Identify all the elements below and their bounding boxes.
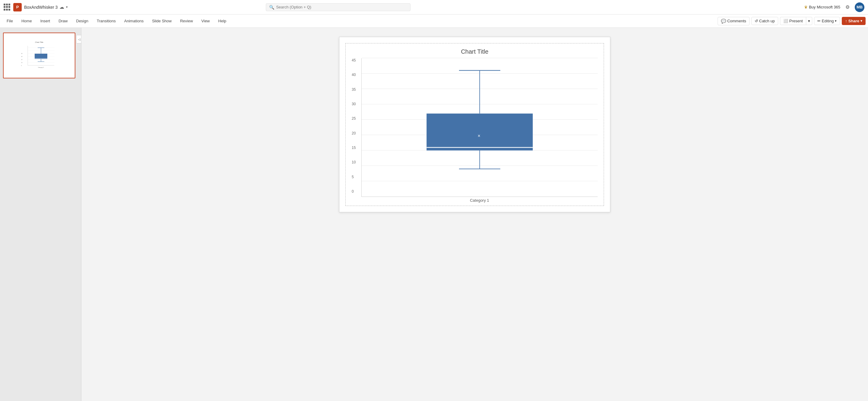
catch-up-button[interactable]: ↺ Catch up	[751, 17, 778, 25]
tab-review[interactable]: Review	[176, 16, 197, 26]
y-label-25: 25	[352, 116, 358, 121]
comments-icon: 💬	[721, 19, 726, 24]
editor-area[interactable]: Chart Title 0 5 10 15 20 25 30 35 40 45	[82, 28, 868, 401]
svg-rect-15	[35, 54, 47, 59]
svg-text:30: 30	[21, 56, 23, 57]
editing-icon: ✏	[817, 19, 821, 23]
present-button[interactable]: ⬜ Present	[780, 17, 806, 25]
chart-plot-area: ×	[361, 58, 598, 197]
share-icon: ↑	[845, 19, 847, 23]
tab-animations[interactable]: Animations	[120, 16, 148, 26]
x-axis-label: Category 1	[361, 198, 598, 203]
y-label-35: 35	[352, 87, 358, 92]
ribbon-right: 💬 Comments ↺ Catch up ⬜ Present ▾ ✏ Edit…	[718, 17, 866, 25]
settings-button[interactable]: ⚙	[843, 3, 852, 11]
y-axis: 0 5 10 15 20 25 30 35 40 45	[352, 58, 361, 203]
present-icon: ⬜	[783, 19, 788, 23]
tab-help[interactable]: Help	[214, 16, 230, 26]
comments-button[interactable]: 💬 Comments	[718, 17, 749, 25]
collapse-panel-button[interactable]: ◁	[76, 35, 82, 43]
search-bar[interactable]: 🔍	[266, 3, 410, 11]
y-label-5: 5	[352, 175, 358, 179]
slide-thumbnail[interactable]: Chart Title 0 10	[3, 33, 75, 79]
chart-body: 0 5 10 15 20 25 30 35 40 45	[352, 58, 598, 203]
main-content: 1 Chart Title	[0, 28, 868, 401]
tab-transitions[interactable]: Transitions	[93, 16, 120, 26]
tab-home[interactable]: Home	[17, 16, 36, 26]
title-bar: P BoxAndWhisker 3 ☁ ▾ 🔍 ♛ Buy Microsoft …	[0, 0, 868, 14]
powerpoint-logo: P	[13, 3, 22, 11]
chart-container[interactable]: Chart Title 0 5 10 15 20 25 30 35 40 45	[345, 43, 604, 206]
tab-file[interactable]: File	[2, 16, 17, 26]
y-label-0: 0	[352, 189, 358, 193]
waffle-menu[interactable]	[4, 4, 11, 11]
tab-draw[interactable]: Draw	[54, 16, 72, 26]
share-dropdown-icon: ▾	[861, 19, 862, 23]
y-label-15: 15	[352, 146, 358, 150]
crown-icon: ♛	[804, 5, 808, 9]
tab-design[interactable]: Design	[72, 16, 93, 26]
svg-text:10: 10	[21, 62, 23, 63]
editing-button[interactable]: ✏ Editing ▾	[814, 17, 840, 25]
buy-microsoft-365-button[interactable]: ♛ Buy Microsoft 365	[804, 5, 840, 9]
svg-text:0: 0	[21, 65, 22, 66]
y-label-20: 20	[352, 131, 358, 135]
slide-panel: 1 Chart Title	[0, 28, 82, 401]
box-whisker-svg: ×	[362, 58, 598, 196]
ribbon: File Home Insert Draw Design Transitions…	[0, 14, 868, 28]
svg-text:40: 40	[21, 53, 23, 54]
y-label-30: 30	[352, 102, 358, 106]
slide-canvas[interactable]: Chart Title 0 5 10 15 20 25 30 35 40 45	[339, 37, 610, 212]
tab-slide-show[interactable]: Slide Show	[148, 16, 176, 26]
document-title: BoxAndWhisker 3 ☁ ▾	[24, 4, 68, 10]
tab-insert[interactable]: Insert	[36, 16, 55, 26]
share-button[interactable]: ↑ Share ▾	[842, 17, 866, 25]
svg-text:×: ×	[478, 133, 480, 138]
slide-thumb-container: 1 Chart Title	[3, 33, 78, 79]
present-dropdown[interactable]: ▾	[806, 17, 812, 25]
catchup-icon: ↺	[755, 19, 758, 23]
y-label-45: 45	[352, 58, 358, 62]
thumb-chart-title: Chart Title	[35, 41, 43, 43]
tab-view[interactable]: View	[197, 16, 214, 26]
editing-dropdown-icon: ▾	[835, 19, 837, 23]
svg-text:20: 20	[21, 59, 23, 60]
avatar[interactable]: MB	[855, 2, 864, 12]
y-label-40: 40	[352, 73, 358, 77]
present-group: ⬜ Present ▾	[780, 17, 812, 25]
cloud-icon: ☁	[59, 4, 64, 10]
y-label-10: 10	[352, 160, 358, 164]
title-bar-right: ♛ Buy Microsoft 365 ⚙ MB	[804, 2, 864, 12]
chart-title: Chart Title	[352, 48, 598, 55]
svg-text:Category 1: Category 1	[38, 67, 44, 68]
search-input[interactable]	[276, 5, 407, 9]
thumb-chart-svg: 0 10 20 30 40	[21, 44, 57, 70]
version-dropdown-icon[interactable]: ▾	[66, 5, 68, 9]
search-icon: 🔍	[269, 5, 274, 10]
svg-rect-22	[427, 114, 532, 150]
